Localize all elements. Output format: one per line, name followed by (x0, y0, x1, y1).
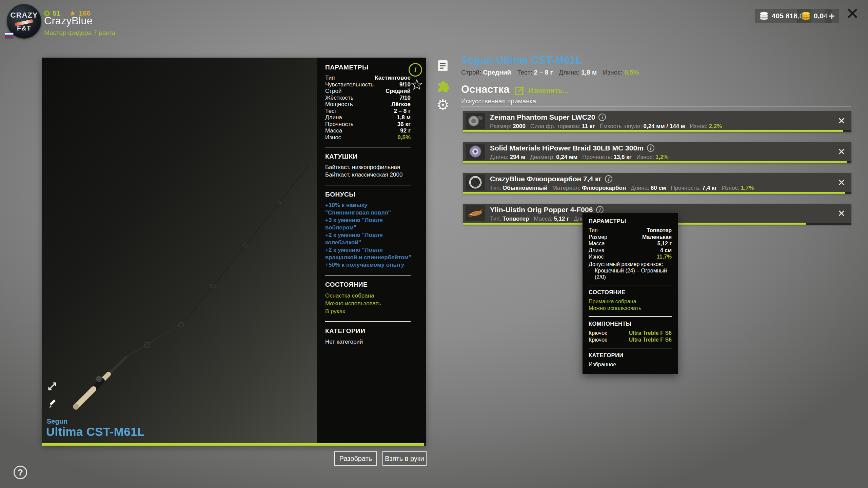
item-specs: Длина:294 м Диаметр:0,24 мм Прочность:13… (490, 154, 669, 161)
rod-durability-bar (42, 443, 426, 446)
item-durability-bar (463, 192, 851, 194)
gold-coins-icon (801, 12, 811, 20)
param-row: Жёсткость7/10 (325, 95, 411, 101)
rod-brand: Segun (47, 418, 67, 425)
item-title: Solid Materials HiPower Braid 30LB MC 30… (490, 144, 654, 152)
bonus-line: +50% к получаемому опыту (325, 261, 413, 269)
expand-icon[interactable] (46, 380, 58, 394)
russia-flag-icon (5, 33, 14, 39)
state-line: Можно использовать (325, 300, 418, 307)
gear-icon: ⚙ (436, 98, 449, 113)
tooltip-component-row: КрючокUltra Treble F S6 (589, 330, 672, 337)
leader-coil-thumbnail (466, 175, 485, 190)
tooltip-categories-title: КАТЕГОРИИ (589, 352, 672, 359)
game-screen: CRAZY F&T 51 ★ 166 CrazyBlue Мастер фиде… (0, 0, 868, 488)
param-row: Длина1,8 м (325, 114, 411, 121)
divider (589, 316, 672, 317)
param-row: Чувствительность9/10 (325, 81, 411, 88)
take-in-hands-button[interactable]: Взять в руки (382, 451, 427, 466)
item-title: Zeiman Phantom Super LWC20 i (490, 113, 606, 121)
bonus-line: +2 к умению "Ловля вращалкой и спиннербе… (325, 246, 413, 261)
setup-rod-title: Segun Ultima CST-M61L (461, 54, 582, 66)
tooltip-param-row: Длина4 см (589, 247, 672, 254)
tooltip-param-row: ТипТопвотер (589, 227, 672, 234)
reel-compatibility: Байткаст. низкопрофильная (325, 164, 413, 171)
side-tabs: ⚙ (435, 58, 453, 117)
tooltip-component-row: КрючокUltra Treble F S6 (589, 337, 672, 343)
fishing-rod-art (42, 58, 317, 443)
favorite-star-icon[interactable]: ☆ (410, 77, 423, 92)
item-specs: Размер:2000 Сила фр. тормоза:11 кг Ёмкос… (490, 123, 722, 130)
rod-image: Segun Ultima CST-M61L (42, 58, 317, 443)
info-icon[interactable]: i (409, 63, 422, 77)
setup-item-line[interactable]: Solid Materials HiPower Braid 30LB MC 30… (463, 142, 851, 163)
lure-thumbnail (466, 205, 485, 221)
item-durability-bar (463, 130, 851, 132)
tooltip-components-title: КОМПОНЕНТЫ (589, 321, 672, 327)
divider (589, 285, 672, 285)
setup-subtitle: Искусственная приманка (461, 98, 536, 105)
braid-spool-thumbnail (466, 144, 485, 160)
tooltip-hooks-range: Крошечный (24) – Огромный (2/0) (589, 267, 672, 280)
divider (589, 348, 672, 348)
param-row: МощностьЛёгкое (325, 101, 411, 108)
category-line: Нет категорий (325, 338, 413, 346)
remove-item-icon[interactable]: ✕ (837, 147, 845, 156)
param-row: Прочность36 кг (325, 121, 411, 128)
help-button[interactable]: ? (14, 466, 27, 479)
item-durability-bar (463, 161, 851, 163)
setup-item-leader[interactable]: CrazyBlue Флюорокарбон 7,4 кг i Тип:Обык… (463, 173, 851, 194)
item-info-icon[interactable]: i (596, 206, 604, 214)
rod-model: Ultima CST-M61L (46, 425, 144, 439)
tooltip-param-row: РазмерМаленькая (589, 234, 672, 241)
remove-item-icon[interactable]: ✕ (837, 116, 845, 125)
tooltip-state-line: Приманка собрана (589, 298, 672, 305)
bonus-line: +2 к умению "Ловля колебалкой" (325, 231, 413, 246)
avatar-text: CRAZY (11, 11, 38, 20)
divider (325, 321, 411, 322)
add-money-button[interactable]: + (825, 9, 839, 23)
reel-thumbnail (466, 113, 485, 129)
tooltip-category-line: Избранное (589, 361, 672, 368)
tooltip-param-row-wear: Износ11,7% (589, 253, 672, 260)
bonus-line: +3 к умению "Ловля воблером" (325, 217, 413, 231)
setup-item-reel[interactable]: Zeiman Phantom Super LWC20 i Размер:2000… (463, 111, 851, 132)
bonuses-title: БОНУСЫ (325, 191, 418, 198)
disassemble-button[interactable]: Разобрать (334, 451, 377, 466)
tooltip-state-line: Можно использовать (589, 305, 672, 312)
divider (461, 106, 851, 106)
remove-item-icon[interactable]: ✕ (837, 209, 845, 218)
tooltip-param-row: Масса5,12 г (589, 240, 672, 247)
tab-description[interactable] (435, 58, 450, 73)
item-info-icon[interactable]: i (598, 114, 606, 121)
edit-pencil-icon (515, 85, 525, 96)
close-icon[interactable]: ✕ (846, 5, 859, 22)
item-info-icon[interactable]: i (647, 144, 654, 152)
reels-title: КАТУШКИ (325, 153, 418, 160)
divider (325, 275, 411, 276)
tooltip-state-title: СОСТОЯНИЕ (589, 289, 672, 296)
item-title: Ylin-Uistin Orig Popper 4-F006 i (490, 206, 604, 214)
divider (325, 147, 411, 147)
setup-section-title: Оснастка (461, 83, 510, 96)
tab-setup-active[interactable] (435, 78, 450, 93)
state-title: СОСТОЯНИЕ (325, 281, 418, 288)
state-line: В руках (325, 307, 418, 315)
silver-coins-icon (759, 12, 769, 20)
remove-item-icon[interactable]: ✕ (837, 178, 845, 187)
param-row: ТипКастинговое (325, 75, 411, 81)
edit-setup-button[interactable]: Изменить... (515, 85, 569, 96)
item-info-icon[interactable]: i (605, 175, 612, 183)
item-specs: Тип:Обыкновенный Материал:Флюорокарбон Д… (490, 185, 754, 191)
rod-params-panel: i ☆ ПАРАМЕТРЫ ТипКастинговое Чувствитель… (317, 58, 426, 443)
item-title: CrazyBlue Флюорокарбон 7,4 кг i (490, 175, 612, 183)
param-row: СтройСредний (325, 88, 411, 95)
divider (325, 185, 411, 185)
tab-settings[interactable]: ⚙ (435, 98, 450, 113)
param-row-wear: Износ0,5% (325, 134, 411, 141)
note-icon (436, 59, 449, 72)
rename-pencil-icon[interactable] (47, 399, 58, 410)
param-row: Тест2 – 8 г (325, 108, 411, 115)
lure-tooltip: ПАРАМЕТРЫ ТипТопвотер РазмерМаленькая Ма… (583, 213, 678, 374)
reel-compatibility: Байткаст. классическая 2000 (325, 171, 413, 179)
